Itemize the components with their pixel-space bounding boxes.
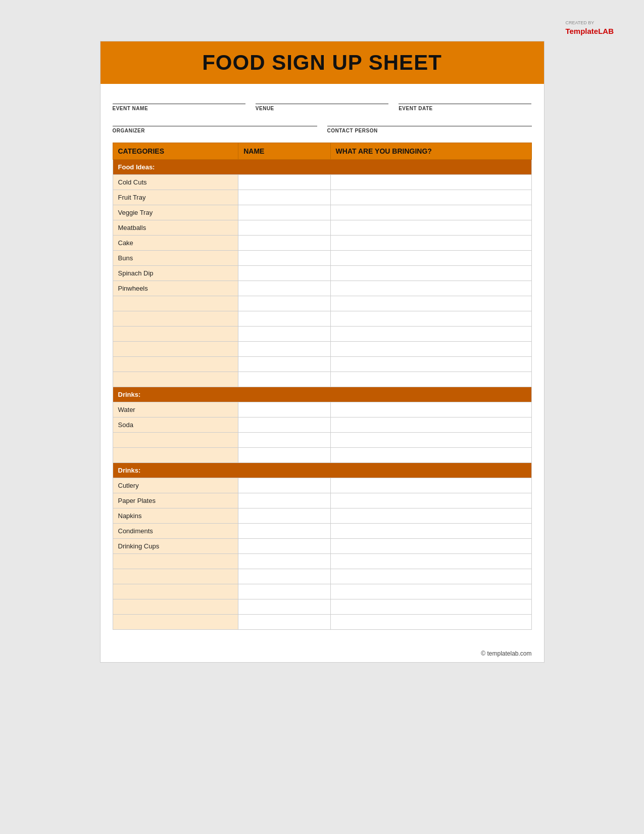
blank-row: [113, 554, 531, 569]
blank-name-cell[interactable]: [238, 296, 330, 311]
blank-bringing-cell[interactable]: [330, 296, 531, 311]
table-body: Food Ideas: Cold Cuts Fruit Tray Veggie …: [113, 160, 531, 630]
blank-bringing-cell[interactable]: [330, 448, 531, 463]
item-bringing-cell[interactable]: [330, 220, 531, 236]
event-name-field: EVENT NAME: [113, 93, 245, 111]
item-bringing-cell[interactable]: [330, 539, 531, 554]
blank-bringing-cell[interactable]: [330, 584, 531, 599]
table-row: Buns: [113, 251, 531, 266]
event-name-label: EVENT NAME: [113, 106, 245, 111]
item-name-cell[interactable]: [238, 418, 330, 433]
item-bringing-cell[interactable]: [330, 281, 531, 296]
item-bringing-cell[interactable]: [330, 524, 531, 539]
table-header-row: CATEGORIES NAME WHAT ARE YOU BRINGING?: [113, 143, 531, 160]
form-row-2: ORGANIZER CONTACT PERSON: [113, 115, 532, 133]
blank-bringing-cell[interactable]: [330, 372, 531, 387]
item-name-cell[interactable]: [238, 175, 330, 190]
col-bringing: WHAT ARE YOU BRINGING?: [330, 143, 531, 160]
item-category-cell: Spinach Dip: [113, 266, 238, 281]
item-name-cell[interactable]: [238, 281, 330, 296]
item-name-cell[interactable]: [238, 493, 330, 508]
item-category-cell: Soda: [113, 418, 238, 433]
blank-name-cell[interactable]: [238, 569, 330, 584]
item-name-cell[interactable]: [238, 402, 330, 418]
item-bringing-cell[interactable]: [330, 402, 531, 418]
blank-bringing-cell[interactable]: [330, 554, 531, 569]
blank-row: [113, 342, 531, 357]
blank-bringing-cell[interactable]: [330, 342, 531, 357]
copyright-text: © templatelab.com: [481, 650, 531, 657]
category-header-row: Drinks:: [113, 387, 531, 402]
item-name-cell[interactable]: [238, 508, 330, 524]
blank-name-cell[interactable]: [238, 372, 330, 387]
document-page: FOOD SIGN UP SHEET EVENT NAME VENUE EVEN…: [100, 41, 544, 663]
table-row: Cutlery: [113, 478, 531, 493]
venue-line: [256, 93, 388, 104]
signup-table: CATEGORIES NAME WHAT ARE YOU BRINGING? F…: [113, 143, 532, 630]
blank-name-cell[interactable]: [238, 311, 330, 327]
blank-name-cell[interactable]: [238, 599, 330, 615]
item-name-cell[interactable]: [238, 220, 330, 236]
blank-bringing-cell[interactable]: [330, 433, 531, 448]
item-name-cell[interactable]: [238, 205, 330, 220]
blank-name-cell[interactable]: [238, 433, 330, 448]
item-name-cell[interactable]: [238, 251, 330, 266]
blank-name-cell[interactable]: [238, 357, 330, 372]
form-section: EVENT NAME VENUE EVENT DATE ORGANIZER CO…: [101, 84, 544, 143]
blank-name-cell[interactable]: [238, 342, 330, 357]
item-bringing-cell[interactable]: [330, 251, 531, 266]
blank-bringing-cell[interactable]: [330, 615, 531, 630]
title-bar: FOOD SIGN UP SHEET: [101, 41, 544, 84]
blank-bringing-cell[interactable]: [330, 327, 531, 342]
blank-bringing-cell[interactable]: [330, 599, 531, 615]
table-row: Water: [113, 402, 531, 418]
blank-row: [113, 296, 531, 311]
item-bringing-cell[interactable]: [330, 175, 531, 190]
blank-row: [113, 599, 531, 615]
form-row-1: EVENT NAME VENUE EVENT DATE: [113, 93, 532, 111]
blank-bringing-cell[interactable]: [330, 569, 531, 584]
blank-category-cell: [113, 342, 238, 357]
item-name-cell[interactable]: [238, 539, 330, 554]
blank-name-cell[interactable]: [238, 327, 330, 342]
blank-name-cell[interactable]: [238, 448, 330, 463]
item-category-cell: Condiments: [113, 524, 238, 539]
blank-category-cell: [113, 296, 238, 311]
blank-category-cell: [113, 569, 238, 584]
item-category-cell: Cutlery: [113, 478, 238, 493]
contact-person-field: CONTACT PERSON: [327, 115, 532, 133]
item-bringing-cell[interactable]: [330, 418, 531, 433]
blank-name-cell[interactable]: [238, 584, 330, 599]
item-name-cell[interactable]: [238, 190, 330, 205]
item-bringing-cell[interactable]: [330, 508, 531, 524]
item-bringing-cell[interactable]: [330, 478, 531, 493]
blank-name-cell[interactable]: [238, 554, 330, 569]
item-name-cell[interactable]: [238, 236, 330, 251]
item-bringing-cell[interactable]: [330, 266, 531, 281]
blank-category-cell: [113, 615, 238, 630]
item-bringing-cell[interactable]: [330, 493, 531, 508]
item-name-cell[interactable]: [238, 478, 330, 493]
blank-bringing-cell[interactable]: [330, 311, 531, 327]
item-bringing-cell[interactable]: [330, 190, 531, 205]
item-name-cell[interactable]: [238, 266, 330, 281]
item-category-cell: Water: [113, 402, 238, 418]
item-name-cell[interactable]: [238, 524, 330, 539]
item-bringing-cell[interactable]: [330, 205, 531, 220]
blank-bringing-cell[interactable]: [330, 357, 531, 372]
category-header-cell: Drinks:: [113, 387, 531, 402]
category-header-row: Food Ideas:: [113, 160, 531, 175]
blank-name-cell[interactable]: [238, 615, 330, 630]
item-bringing-cell[interactable]: [330, 236, 531, 251]
table-row: Cake: [113, 236, 531, 251]
blank-row: [113, 584, 531, 599]
item-category-cell: Buns: [113, 251, 238, 266]
blank-row: [113, 357, 531, 372]
table-row: Condiments: [113, 524, 531, 539]
item-category-cell: Veggie Tray: [113, 205, 238, 220]
brand-template: Template: [565, 27, 598, 35]
contact-person-line: [327, 115, 532, 126]
blank-category-cell: [113, 372, 238, 387]
blank-row: [113, 615, 531, 630]
blank-row: [113, 569, 531, 584]
